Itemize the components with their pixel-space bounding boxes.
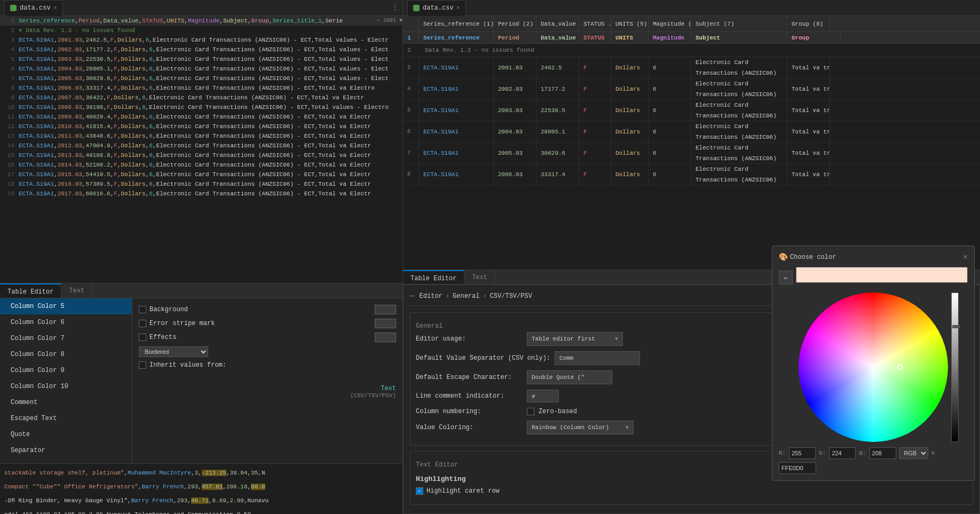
editor-usage-dropdown[interactable]: Table editor first ▼	[527, 332, 623, 346]
color-picker-close[interactable]: ×	[963, 253, 968, 262]
default-sep-dropdown[interactable]: Comm	[555, 351, 640, 365]
background-color-box[interactable]	[375, 305, 396, 314]
breadcrumb-csv: CSV/TSV/PSV	[490, 292, 532, 300]
bordered-dropdown[interactable]: Bordered	[139, 346, 208, 357]
settings-item-col7[interactable]: Column Color 7	[0, 330, 132, 346]
color-preview-bar	[796, 267, 968, 283]
breadcrumb-general: General	[453, 292, 479, 300]
code-line-1: 1 Series_reference,Period,Data_value,STA…	[0, 16, 402, 26]
effects-color-box[interactable]	[375, 333, 396, 342]
escape-char-label: Default Escape Character:	[416, 374, 523, 381]
settings-item-col10[interactable]: Column Color 10	[0, 378, 132, 394]
effects-label: Effects	[149, 334, 176, 341]
g-input[interactable]	[829, 447, 856, 459]
color-wheel-cursor	[897, 365, 903, 370]
settings-item-col9[interactable]: Column Color 9	[0, 362, 132, 378]
hex-input[interactable]	[779, 462, 816, 474]
color-slider-handle[interactable]	[952, 325, 960, 328]
background-checkbox[interactable]	[139, 306, 146, 313]
bottom-code-line-4: ndal,483,1198.97,195.99,3.99,Nunavut,Tel…	[0, 508, 402, 514]
tab-text-left[interactable]: Text	[61, 283, 92, 298]
bottom-code-line-2: Compact ""Cube"" Office Refrigerators",B…	[0, 480, 402, 494]
tr-status-h: STATUS	[579, 32, 611, 43]
r-label: R:	[779, 450, 786, 456]
effects-checkbox[interactable]	[139, 334, 146, 341]
breadcrumb-editor: Editor	[420, 292, 442, 300]
settings-item-col8[interactable]: Column Color 8	[0, 346, 132, 362]
color-wheel[interactable]	[799, 292, 948, 442]
th-data-value[interactable]: Data_value (3)	[536, 16, 579, 31]
color-brightness-slider[interactable]	[951, 292, 959, 442]
settings-item-escaped[interactable]: Escaped Text	[0, 410, 132, 426]
back-button[interactable]: ←	[410, 291, 415, 301]
settings-item-separator[interactable]: Separator	[0, 442, 132, 458]
line-comment-input[interactable]: #	[527, 390, 559, 402]
inherit-row: Inherit values from:	[139, 361, 396, 369]
line-content-11: ECTA.S19A1,2009.03,40629.4,F,Dollars,6,E…	[19, 112, 402, 122]
line-content-5: ECTA.S19A1,2003.03,22530.5,F,Dollars,6,E…	[19, 54, 402, 64]
settings-item-comment[interactable]: Comment	[0, 394, 132, 410]
error-stripe-checkbox[interactable]	[139, 320, 146, 327]
column-numbering-checkbox[interactable]	[527, 408, 534, 415]
color-wheel-overlay	[799, 292, 948, 442]
th-period[interactable]: Period (2)	[494, 16, 536, 31]
editor-usage-label: Editor usage:	[416, 335, 523, 343]
line-num-7: 7	[0, 74, 19, 83]
right-tab-close[interactable]: ×	[457, 5, 460, 11]
left-bottom-tabs: Table Editor Text	[0, 283, 402, 298]
tr-units-h: UNITS	[611, 32, 649, 43]
value-coloring-dropdown[interactable]: Rainbow (Column Color) ▼	[527, 421, 634, 434]
table-header: Series_reference (1) Period (2) Data_val…	[403, 16, 980, 32]
th-units[interactable]: UNITS (5)	[611, 16, 649, 31]
left-tab-filename: data.csv	[20, 4, 51, 12]
settings-item-col5[interactable]: Column Color 5	[0, 298, 132, 314]
tr-mag-h: Magnitude	[649, 32, 691, 43]
tab-table-editor-right[interactable]: Table Editor	[403, 270, 464, 284]
settings-item-quote[interactable]: Quote	[0, 426, 132, 442]
line-content-7: ECTA.S19A1,2005.03,30629.6,F,Dollars,6,E…	[19, 74, 402, 83]
left-tab-bar: data.csv × ⋮	[0, 0, 402, 16]
text-link[interactable]: Text	[139, 385, 396, 392]
escape-char-value: Double Quote ("	[532, 374, 584, 381]
highlight-caret-checkbox[interactable]	[416, 487, 423, 495]
line-num-4: 4	[0, 45, 19, 54]
color-picker-icon: 🎨	[779, 252, 788, 262]
line-num-17: 17	[0, 170, 19, 179]
left-tab-close[interactable]: ×	[54, 5, 57, 11]
rgb-inputs: R: G: B: RGB HSB HSL #	[779, 447, 968, 474]
settings-item-text[interactable]: Text	[0, 458, 132, 463]
pencil-button[interactable]: ✏	[779, 271, 793, 284]
th-subject[interactable]: Subject (7)	[691, 16, 787, 31]
r-input[interactable]	[789, 447, 816, 459]
th-series[interactable]: Series_reference (1)	[419, 16, 494, 31]
escape-char-dropdown[interactable]: Double Quote ("	[527, 370, 612, 384]
left-tab-dots[interactable]: ⋮	[392, 4, 398, 12]
bottom-code-line-1: stackable storage shelf, platinum",Muham…	[0, 466, 402, 480]
inherit-checkbox[interactable]	[139, 361, 146, 369]
settings-item-col6[interactable]: Column Color 6	[0, 314, 132, 330]
table-row-3: 3 ECTA.S19A1 2001.03 2462.5 F Dollars 6 …	[403, 57, 980, 78]
error-stripe-color-box[interactable]	[375, 319, 396, 328]
csv-file-icon	[10, 5, 17, 11]
tab-text-right[interactable]: Text	[464, 270, 495, 284]
code-line-9: 9 ECTA.S19A1,2007.03,36422,F,Dollars,6,E…	[0, 93, 402, 102]
table-row-5: 5 ECTA.S19A1 2003.03 22530.5 F Dollars 6…	[403, 100, 980, 121]
th-magnitude[interactable]: Magnitude (6)	[649, 16, 691, 31]
rgb-mode-dropdown[interactable]: RGB HSB HSL	[899, 447, 928, 459]
line-content-4: ECTA.S19A1,2002.03,17177.2,F,Dollars,6,E…	[19, 45, 402, 54]
bg-checkbox-row: Background	[139, 305, 396, 314]
line-num-16: 16	[0, 160, 19, 170]
tab-table-editor-left[interactable]: Table Editor	[0, 283, 61, 298]
left-tab-file[interactable]: data.csv ×	[4, 0, 63, 16]
b-input[interactable]	[870, 447, 896, 459]
th-status[interactable]: STATUS ...	[579, 16, 611, 31]
line-content-3: ECTA.S19A1,2001.03,2462.5,F,Dollars,6,El…	[19, 35, 402, 45]
bottom-code-line-3: -D® Ring Binder, Heavy Gauge Vinyl",Barr…	[0, 494, 402, 508]
tr-subject-h: Subject	[691, 32, 787, 43]
left-pane: data.csv × ⋮ 1 Series_reference,Period,D…	[0, 0, 403, 514]
th-group[interactable]: Group (8)	[787, 16, 830, 31]
table-row-7: 7 ECTA.S19A1 2005.03 30629.6 F Dollars 6…	[403, 143, 980, 164]
line-num-9: 9	[0, 93, 19, 102]
main-layout: data.csv × ⋮ 1 Series_reference,Period,D…	[0, 0, 980, 514]
right-tab-file[interactable]: data.csv ×	[407, 0, 466, 16]
